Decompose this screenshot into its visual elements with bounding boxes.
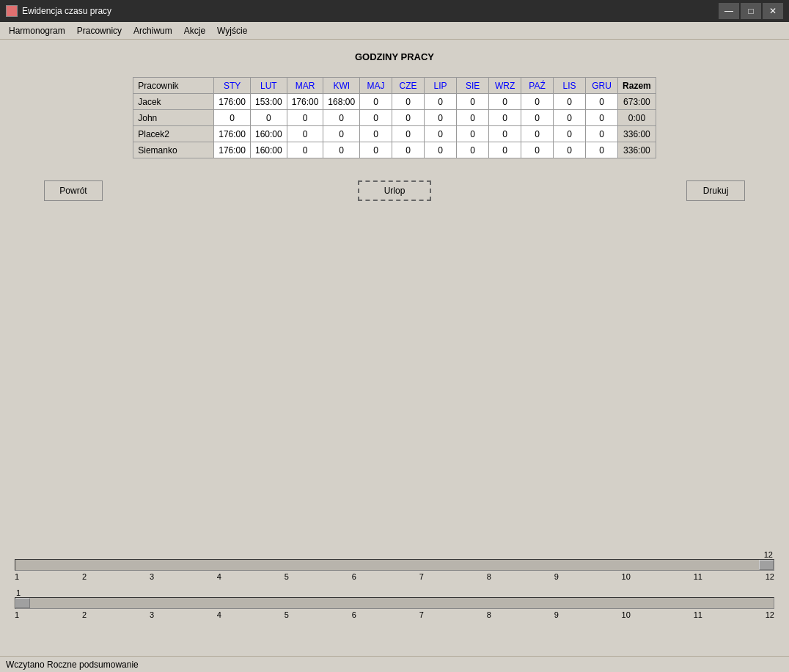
- cell-name: Placek2: [133, 126, 214, 142]
- cell-value: 176:00: [287, 94, 323, 110]
- cell-value: 160:00: [250, 142, 287, 158]
- cell-value: 0: [392, 94, 425, 110]
- app-icon: [6, 5, 18, 17]
- tick-label: 4: [217, 610, 221, 619]
- cell-value: 0: [586, 126, 618, 142]
- tick-label: 9: [554, 572, 559, 581]
- status-bar: Wczytano Roczne podsumowanie: [0, 656, 789, 672]
- col-header-lut: LUT: [250, 78, 287, 94]
- col-header-lip: LIP: [425, 78, 457, 94]
- cell-value: 0: [521, 94, 554, 110]
- col-header-paz: PAŹ: [521, 78, 554, 94]
- scrollbar-row-2: 1 123456789101112: [15, 588, 774, 621]
- scrollbar2-ticks: 123456789101112: [15, 609, 774, 621]
- tick-label: 12: [766, 610, 774, 619]
- cell-value: 0: [554, 142, 586, 158]
- cell-value: 0: [489, 110, 521, 126]
- cell-name: Siemanko: [133, 142, 214, 158]
- hours-table-container: Pracownik STY LUT MAR KWI MAJ CZE LIP SI…: [133, 77, 656, 158]
- menu-pracownicy[interactable]: Pracownicy: [71, 24, 128, 37]
- cell-razem: 673:00: [618, 94, 656, 110]
- tick-label: 10: [622, 610, 631, 619]
- menu-archiwum[interactable]: Archiwum: [128, 24, 178, 37]
- tick-label: 12: [766, 572, 774, 581]
- cell-name: John: [133, 110, 214, 126]
- cell-value: 160:00: [250, 126, 287, 142]
- cell-value: 153:00: [250, 94, 287, 110]
- cell-value: 0: [323, 142, 360, 158]
- cell-value: 0: [586, 110, 618, 126]
- tick-label: 11: [694, 572, 702, 581]
- table-row: Jacek176:00153:00176:00168:0000000000673…: [133, 94, 656, 110]
- col-header-gru: GRU: [586, 78, 618, 94]
- table-body: Jacek176:00153:00176:00168:0000000000673…: [133, 94, 656, 158]
- cell-value: 0: [323, 126, 360, 142]
- tick-label: 10: [622, 572, 631, 581]
- cell-value: 0: [287, 110, 323, 126]
- cell-value: 0: [457, 94, 489, 110]
- cell-value: 0: [521, 110, 554, 126]
- scrollbar2-track[interactable]: [15, 597, 774, 609]
- col-header-kwi: KWI: [323, 78, 360, 94]
- close-button[interactable]: ✕: [763, 3, 783, 19]
- col-header-sty: STY: [214, 78, 251, 94]
- table-row: Placek2176:00160:000000000000336:00: [133, 126, 656, 142]
- tick-label: 8: [487, 610, 491, 619]
- cell-value: 0: [586, 94, 618, 110]
- window-title: Ewidencja czasu pracy: [22, 6, 719, 16]
- col-header-cze: CZE: [392, 78, 425, 94]
- tick-label: 7: [419, 610, 424, 619]
- cell-value: 0: [425, 94, 457, 110]
- tick-label: 6: [352, 572, 356, 581]
- scrollbar1-track[interactable]: [15, 559, 774, 571]
- tick-label: 3: [150, 610, 154, 619]
- cell-value: 0: [250, 110, 287, 126]
- urlop-button[interactable]: Urlop: [358, 180, 431, 201]
- col-header-lis: LIS: [554, 78, 586, 94]
- cell-razem: 0:00: [618, 110, 656, 126]
- scrollbars-section: 12 123456789101112 1 123456789101112: [0, 550, 789, 627]
- menu-wyjscie[interactable]: Wyjście: [211, 24, 253, 37]
- cell-value: 0: [425, 142, 457, 158]
- cell-value: 0: [521, 142, 554, 158]
- maximize-button[interactable]: □: [741, 3, 761, 19]
- tick-label: 11: [694, 610, 702, 619]
- scrollbar1-ticks: 123456789101112: [15, 571, 774, 582]
- cell-value: 0: [489, 94, 521, 110]
- cell-value: 0: [287, 126, 323, 142]
- cell-value: 0: [554, 110, 586, 126]
- menu-akcje[interactable]: Akcje: [178, 24, 211, 37]
- cell-value: 0: [554, 126, 586, 142]
- hours-table: Pracownik STY LUT MAR KWI MAJ CZE LIP SI…: [133, 77, 656, 158]
- cell-value: 0: [323, 110, 360, 126]
- window-controls: — □ ✕: [719, 3, 783, 19]
- scrollbar1-current: 12: [15, 550, 774, 559]
- status-text: Wczytano Roczne podsumowanie: [6, 660, 139, 670]
- tick-label: 9: [554, 610, 559, 619]
- cell-value: 176:00: [214, 94, 251, 110]
- tick-label: 2: [82, 572, 87, 581]
- cell-value: 0: [586, 142, 618, 158]
- cell-value: 0: [392, 110, 425, 126]
- powrot-button[interactable]: Powrót: [44, 180, 103, 201]
- table-header-row: Pracownik STY LUT MAR KWI MAJ CZE LIP SI…: [133, 78, 656, 94]
- minimize-button[interactable]: —: [719, 3, 739, 19]
- cell-value: 0: [489, 126, 521, 142]
- cell-value: 0: [425, 126, 457, 142]
- menu-harmonogram[interactable]: Harmonogram: [3, 24, 71, 37]
- cell-value: 0: [425, 110, 457, 126]
- cell-value: 0: [521, 126, 554, 142]
- cell-razem: 336:00: [618, 142, 656, 158]
- cell-name: Jacek: [133, 94, 214, 110]
- cell-value: 0: [457, 142, 489, 158]
- col-header-sie: SIE: [457, 78, 489, 94]
- scrollbar1-thumb[interactable]: [759, 560, 774, 570]
- drukuj-button[interactable]: Drukuj: [686, 180, 745, 201]
- cell-value: 0: [392, 142, 425, 158]
- col-header-maj: MAJ: [360, 78, 392, 94]
- tick-label: 3: [150, 572, 154, 581]
- col-header-mar: MAR: [287, 78, 323, 94]
- page-title: GODZINY PRACY: [15, 51, 774, 62]
- tick-label: 1: [15, 610, 19, 619]
- scrollbar2-thumb[interactable]: [15, 598, 30, 608]
